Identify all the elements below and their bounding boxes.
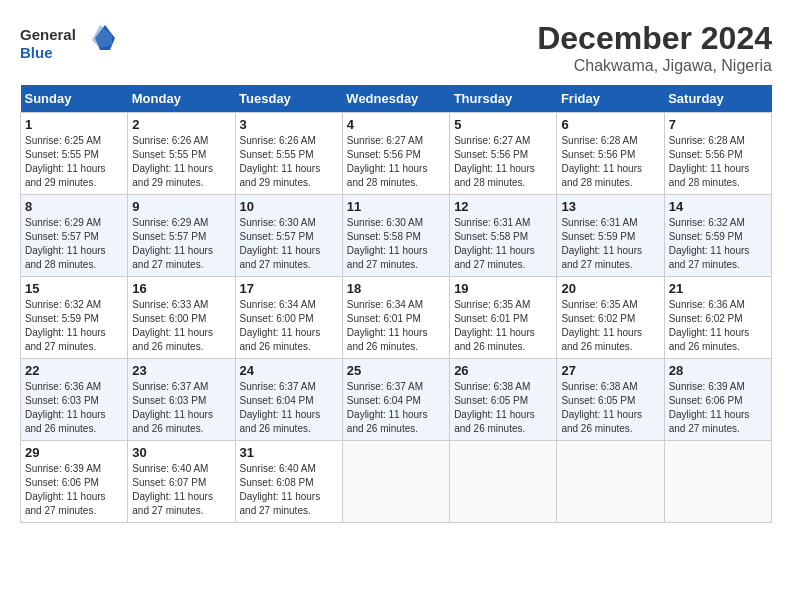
svg-text:General: General xyxy=(20,26,76,43)
day-number: 17 xyxy=(240,281,338,296)
calendar-cell: 14Sunrise: 6:32 AM Sunset: 5:59 PM Dayli… xyxy=(664,195,771,277)
day-info: Sunrise: 6:40 AM Sunset: 6:08 PM Dayligh… xyxy=(240,462,338,518)
day-info: Sunrise: 6:30 AM Sunset: 5:58 PM Dayligh… xyxy=(347,216,445,272)
page-header: General Blue December 2024 Chakwama, Jig… xyxy=(20,20,772,75)
day-number: 20 xyxy=(561,281,659,296)
day-number: 18 xyxy=(347,281,445,296)
calendar-cell: 10Sunrise: 6:30 AM Sunset: 5:57 PM Dayli… xyxy=(235,195,342,277)
day-info: Sunrise: 6:32 AM Sunset: 5:59 PM Dayligh… xyxy=(25,298,123,354)
calendar-cell: 12Sunrise: 6:31 AM Sunset: 5:58 PM Dayli… xyxy=(450,195,557,277)
day-number: 10 xyxy=(240,199,338,214)
day-info: Sunrise: 6:38 AM Sunset: 6:05 PM Dayligh… xyxy=(454,380,552,436)
day-info: Sunrise: 6:37 AM Sunset: 6:04 PM Dayligh… xyxy=(347,380,445,436)
calendar-cell: 25Sunrise: 6:37 AM Sunset: 6:04 PM Dayli… xyxy=(342,359,449,441)
day-number: 12 xyxy=(454,199,552,214)
day-number: 24 xyxy=(240,363,338,378)
calendar-cell: 22Sunrise: 6:36 AM Sunset: 6:03 PM Dayli… xyxy=(21,359,128,441)
day-info: Sunrise: 6:40 AM Sunset: 6:07 PM Dayligh… xyxy=(132,462,230,518)
calendar-cell: 1Sunrise: 6:25 AM Sunset: 5:55 PM Daylig… xyxy=(21,113,128,195)
day-info: Sunrise: 6:26 AM Sunset: 5:55 PM Dayligh… xyxy=(240,134,338,190)
day-info: Sunrise: 6:31 AM Sunset: 5:58 PM Dayligh… xyxy=(454,216,552,272)
svg-marker-3 xyxy=(92,25,112,48)
calendar-cell xyxy=(342,441,449,523)
calendar-cell: 16Sunrise: 6:33 AM Sunset: 6:00 PM Dayli… xyxy=(128,277,235,359)
day-info: Sunrise: 6:29 AM Sunset: 5:57 PM Dayligh… xyxy=(132,216,230,272)
day-number: 22 xyxy=(25,363,123,378)
day-number: 29 xyxy=(25,445,123,460)
title-block: December 2024 Chakwama, Jigawa, Nigeria xyxy=(537,20,772,75)
calendar-cell: 21Sunrise: 6:36 AM Sunset: 6:02 PM Dayli… xyxy=(664,277,771,359)
day-info: Sunrise: 6:36 AM Sunset: 6:02 PM Dayligh… xyxy=(669,298,767,354)
calendar-cell: 26Sunrise: 6:38 AM Sunset: 6:05 PM Dayli… xyxy=(450,359,557,441)
weekday-header-saturday: Saturday xyxy=(664,85,771,113)
day-number: 15 xyxy=(25,281,123,296)
day-number: 30 xyxy=(132,445,230,460)
day-info: Sunrise: 6:27 AM Sunset: 5:56 PM Dayligh… xyxy=(347,134,445,190)
day-info: Sunrise: 6:28 AM Sunset: 5:56 PM Dayligh… xyxy=(669,134,767,190)
calendar-cell: 30Sunrise: 6:40 AM Sunset: 6:07 PM Dayli… xyxy=(128,441,235,523)
day-number: 25 xyxy=(347,363,445,378)
calendar-cell: 2Sunrise: 6:26 AM Sunset: 5:55 PM Daylig… xyxy=(128,113,235,195)
calendar-cell: 23Sunrise: 6:37 AM Sunset: 6:03 PM Dayli… xyxy=(128,359,235,441)
day-number: 14 xyxy=(669,199,767,214)
day-info: Sunrise: 6:33 AM Sunset: 6:00 PM Dayligh… xyxy=(132,298,230,354)
day-info: Sunrise: 6:29 AM Sunset: 5:57 PM Dayligh… xyxy=(25,216,123,272)
day-info: Sunrise: 6:35 AM Sunset: 6:01 PM Dayligh… xyxy=(454,298,552,354)
day-number: 23 xyxy=(132,363,230,378)
logo-svg: General Blue xyxy=(20,20,120,65)
day-info: Sunrise: 6:38 AM Sunset: 6:05 PM Dayligh… xyxy=(561,380,659,436)
calendar-cell: 13Sunrise: 6:31 AM Sunset: 5:59 PM Dayli… xyxy=(557,195,664,277)
svg-text:Blue: Blue xyxy=(20,44,53,61)
weekday-header-friday: Friday xyxy=(557,85,664,113)
weekday-header-monday: Monday xyxy=(128,85,235,113)
day-info: Sunrise: 6:30 AM Sunset: 5:57 PM Dayligh… xyxy=(240,216,338,272)
calendar-cell: 3Sunrise: 6:26 AM Sunset: 5:55 PM Daylig… xyxy=(235,113,342,195)
calendar-cell: 15Sunrise: 6:32 AM Sunset: 5:59 PM Dayli… xyxy=(21,277,128,359)
day-number: 4 xyxy=(347,117,445,132)
calendar-cell: 8Sunrise: 6:29 AM Sunset: 5:57 PM Daylig… xyxy=(21,195,128,277)
calendar-cell: 19Sunrise: 6:35 AM Sunset: 6:01 PM Dayli… xyxy=(450,277,557,359)
day-number: 8 xyxy=(25,199,123,214)
calendar-cell: 5Sunrise: 6:27 AM Sunset: 5:56 PM Daylig… xyxy=(450,113,557,195)
calendar-cell: 6Sunrise: 6:28 AM Sunset: 5:56 PM Daylig… xyxy=(557,113,664,195)
day-number: 27 xyxy=(561,363,659,378)
calendar-cell: 28Sunrise: 6:39 AM Sunset: 6:06 PM Dayli… xyxy=(664,359,771,441)
month-title: December 2024 xyxy=(537,20,772,57)
logo: General Blue xyxy=(20,20,120,65)
day-info: Sunrise: 6:39 AM Sunset: 6:06 PM Dayligh… xyxy=(25,462,123,518)
day-number: 21 xyxy=(669,281,767,296)
weekday-header-sunday: Sunday xyxy=(21,85,128,113)
day-number: 11 xyxy=(347,199,445,214)
day-number: 26 xyxy=(454,363,552,378)
day-info: Sunrise: 6:27 AM Sunset: 5:56 PM Dayligh… xyxy=(454,134,552,190)
day-info: Sunrise: 6:32 AM Sunset: 5:59 PM Dayligh… xyxy=(669,216,767,272)
calendar-cell: 4Sunrise: 6:27 AM Sunset: 5:56 PM Daylig… xyxy=(342,113,449,195)
day-number: 31 xyxy=(240,445,338,460)
day-info: Sunrise: 6:34 AM Sunset: 6:01 PM Dayligh… xyxy=(347,298,445,354)
calendar-cell: 29Sunrise: 6:39 AM Sunset: 6:06 PM Dayli… xyxy=(21,441,128,523)
day-number: 3 xyxy=(240,117,338,132)
day-number: 5 xyxy=(454,117,552,132)
day-number: 28 xyxy=(669,363,767,378)
location-subtitle: Chakwama, Jigawa, Nigeria xyxy=(537,57,772,75)
day-number: 6 xyxy=(561,117,659,132)
calendar-cell: 20Sunrise: 6:35 AM Sunset: 6:02 PM Dayli… xyxy=(557,277,664,359)
day-number: 19 xyxy=(454,281,552,296)
day-number: 1 xyxy=(25,117,123,132)
day-info: Sunrise: 6:31 AM Sunset: 5:59 PM Dayligh… xyxy=(561,216,659,272)
calendar-cell: 7Sunrise: 6:28 AM Sunset: 5:56 PM Daylig… xyxy=(664,113,771,195)
calendar-cell: 31Sunrise: 6:40 AM Sunset: 6:08 PM Dayli… xyxy=(235,441,342,523)
day-info: Sunrise: 6:37 AM Sunset: 6:04 PM Dayligh… xyxy=(240,380,338,436)
calendar-cell: 27Sunrise: 6:38 AM Sunset: 6:05 PM Dayli… xyxy=(557,359,664,441)
day-info: Sunrise: 6:25 AM Sunset: 5:55 PM Dayligh… xyxy=(25,134,123,190)
weekday-header-thursday: Thursday xyxy=(450,85,557,113)
calendar-cell xyxy=(557,441,664,523)
day-number: 7 xyxy=(669,117,767,132)
day-info: Sunrise: 6:28 AM Sunset: 5:56 PM Dayligh… xyxy=(561,134,659,190)
calendar-cell: 24Sunrise: 6:37 AM Sunset: 6:04 PM Dayli… xyxy=(235,359,342,441)
day-number: 13 xyxy=(561,199,659,214)
day-number: 2 xyxy=(132,117,230,132)
day-info: Sunrise: 6:34 AM Sunset: 6:00 PM Dayligh… xyxy=(240,298,338,354)
weekday-header-tuesday: Tuesday xyxy=(235,85,342,113)
day-number: 9 xyxy=(132,199,230,214)
